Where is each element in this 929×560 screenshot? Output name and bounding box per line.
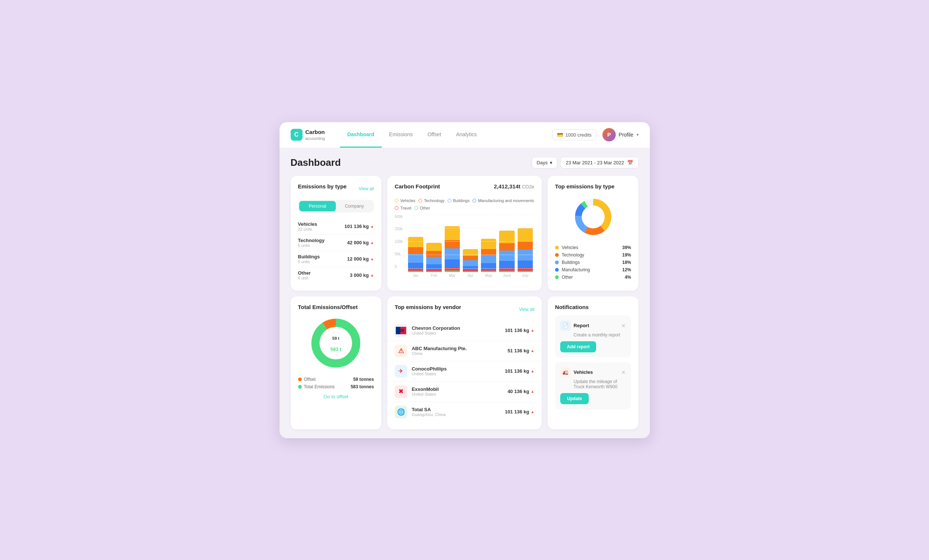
notif-icon-report: 📄 <box>560 321 570 331</box>
y-label: 50k <box>395 252 403 256</box>
update-button[interactable]: Update <box>560 393 589 404</box>
vendor-country: China <box>412 351 507 356</box>
nav-dashboard[interactable]: Dashboard <box>340 122 382 148</box>
legend-dot <box>555 260 559 264</box>
logo-icon: C <box>291 129 302 141</box>
vendor-name: Total SA <box>412 407 505 412</box>
bar-other <box>518 271 533 272</box>
bar-label: Jan <box>412 274 419 278</box>
vendor-value: 51 136 kg <box>507 348 529 353</box>
donut-total-container: 59 t 583 t <box>298 315 374 371</box>
bar-manufacturing <box>499 261 514 268</box>
notif-title-row: 📄 Report <box>560 321 589 331</box>
nav-analytics[interactable]: Analytics <box>449 122 484 148</box>
legend-left: Buildings <box>555 260 580 265</box>
vendor-country: United States <box>412 331 505 335</box>
legend-dot <box>419 199 422 202</box>
vendor-icon: ✈ <box>399 367 403 375</box>
bar-vehicles <box>481 239 496 249</box>
legend-dot <box>555 268 559 272</box>
emission-value: 42 000 kg <box>347 240 369 245</box>
trend-icon: ▲ <box>530 349 534 353</box>
vendors-title: Top emissions by vendor <box>395 304 461 310</box>
bar-label: Mar <box>449 274 455 278</box>
vendor-name: ConocoPhillips <box>412 366 505 372</box>
bar-other <box>481 271 496 272</box>
credits-icon: 💳 <box>557 132 563 138</box>
donut-legend: Vehicles 39% Technology 19% <box>555 245 631 280</box>
bar-buildings <box>408 254 423 263</box>
legend-label: Buildings <box>453 198 470 203</box>
bar-travel <box>445 268 460 271</box>
toggle-company[interactable]: Company <box>336 201 373 211</box>
bar-label: Apr <box>468 274 474 278</box>
period-label: Days <box>537 160 547 165</box>
emission-label: Technology <box>298 238 325 243</box>
vendor-info: ExxonMobil United States <box>412 386 507 396</box>
notification-vehicles: 🚛 Vehicles ✕ Update the mileage of Truck… <box>555 362 631 409</box>
bar-technology <box>499 243 514 251</box>
bar-technology <box>426 251 442 257</box>
offset-dot <box>298 378 302 381</box>
notif-close-button[interactable]: ✕ <box>621 369 626 375</box>
notif-close-button[interactable]: ✕ <box>621 323 626 329</box>
vendor-country: Guangzhou, China <box>412 412 505 417</box>
legend-item-buildings: Buildings 18% <box>555 260 631 265</box>
period-select[interactable]: Days ▾ <box>532 157 557 168</box>
legend-left: Other <box>555 275 573 280</box>
vendor-chevron: Chevron Corporation United States 101 13… <box>387 321 542 341</box>
offset-item: Offset 59 tonnes <box>298 377 374 382</box>
vendor-logo: ✖ <box>395 385 407 398</box>
legend-value: 19% <box>622 252 631 258</box>
emissions-view-all[interactable]: View all <box>359 186 374 191</box>
vendors-view-all[interactable]: View all <box>519 307 534 312</box>
legend-value: 18% <box>622 260 631 265</box>
bar-buildings <box>499 251 514 261</box>
notifications-card: Notifications 📄 Report ✕ Create a monthl… <box>547 297 638 429</box>
emission-sub: 5 units <box>298 259 320 264</box>
emission-sub: 5 units <box>298 243 325 248</box>
svg-text:59 t: 59 t <box>333 336 340 341</box>
footprint-total-value: 2,412,314t <box>494 183 521 190</box>
bar-buildings <box>481 255 496 263</box>
nav-offset[interactable]: Offset <box>420 122 449 148</box>
grid-line <box>406 215 534 215</box>
bar-technology <box>518 241 533 249</box>
svg-point-7 <box>316 323 356 363</box>
y-axis: 500k 250k 100k 50k 0 <box>395 215 403 269</box>
bar-vehicles <box>499 231 514 243</box>
y-label: 250k <box>395 227 403 231</box>
vendor-name: ExxonMobil <box>412 386 507 392</box>
bar-buildings <box>445 248 460 259</box>
trend-up-icon: ▲ <box>370 240 374 245</box>
profile[interactable]: P Profile ▾ <box>602 128 639 141</box>
legend-item-vehicles: Vehicles 39% <box>555 245 631 250</box>
logo: C Carbon accounting <box>291 129 325 141</box>
goto-offset-link[interactable]: Go to offset <box>298 394 374 399</box>
notif-title-row: 🚛 Vehicles <box>560 367 593 378</box>
y-label: 500k <box>395 215 403 219</box>
vendor-logo: ✈ <box>395 365 407 378</box>
toggle-personal[interactable]: Personal <box>299 201 336 211</box>
logo-title: Carbon <box>305 129 325 135</box>
logo-text: Carbon accounting <box>305 129 325 141</box>
vendor-value: 101 136 kg <box>505 409 529 415</box>
nav-emissions[interactable]: Emissions <box>382 122 420 148</box>
toggle-group: Personal Company <box>298 200 374 213</box>
trend-up-icon: ▲ <box>370 224 374 228</box>
bar-technology <box>445 240 460 248</box>
bar-manufacturing <box>481 263 496 269</box>
bar-vehicles <box>518 228 533 241</box>
bar-stack <box>499 231 514 272</box>
add-report-button[interactable]: Add report <box>560 341 596 352</box>
vendor-total-sa: 🌐 Total SA Guangzhou, China 101 136 kg ▲ <box>387 402 542 422</box>
y-label: 0 <box>395 265 403 269</box>
emissions-by-type-card: Emissions by type View all Personal Comp… <box>291 176 382 291</box>
y-label: 100k <box>395 239 403 243</box>
bar-vehicles <box>445 226 460 240</box>
top-emissions-type-card: Top emissions by type <box>547 176 638 291</box>
bar-label: July <box>522 274 529 278</box>
vendor-info: ABC Manufacturing Pte. China <box>412 346 507 356</box>
total-donut-chart: 59 t 583 t <box>308 315 363 371</box>
date-range: 23 Mar 2021 - 23 Mar 2022 📅 <box>560 157 639 168</box>
